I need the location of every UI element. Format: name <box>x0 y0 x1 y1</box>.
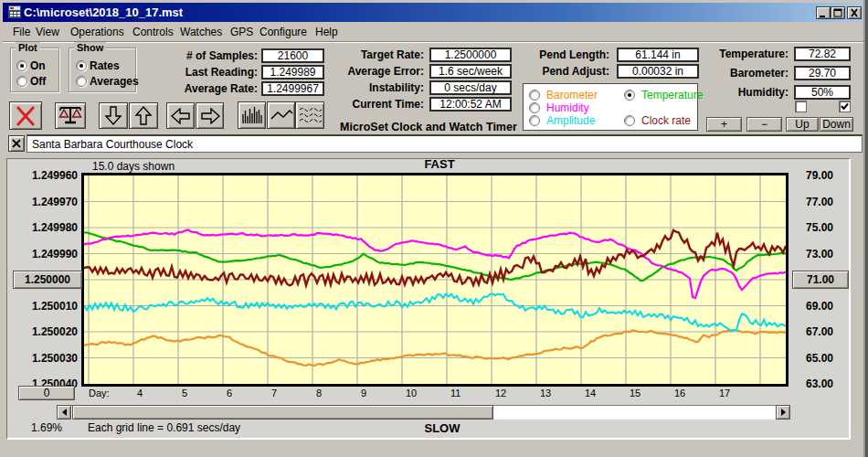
last-reading-label: Last Reading: <box>75 66 258 79</box>
session-name-value: Santa Barbara Courthouse Clock <box>32 138 193 151</box>
app-caption: MicroSet Clock and Watch Timer <box>340 121 517 133</box>
barometer-label: Barometer: <box>606 67 789 80</box>
instability-value: 0 secs/day <box>444 81 496 94</box>
trace-label-clock-rate: Clock rate <box>641 114 691 127</box>
pend-adjust-label: Pend Adjust: <box>427 65 609 78</box>
days-shown-label: 15.0 days shown <box>92 160 175 173</box>
menu-bar: FileViewOperationsControlsWatchesGPSConf… <box>3 22 863 42</box>
menu-file[interactable]: File <box>13 26 30 38</box>
zero-button[interactable]: 0 <box>18 386 75 400</box>
left-axis-label-0: 1.249960 <box>9 169 78 182</box>
maximize-button[interactable] <box>831 6 845 19</box>
red-x-icon <box>12 104 39 128</box>
right-axis-label-6: 67.00 <box>792 325 847 338</box>
day-tick-9: 9 <box>361 388 366 399</box>
menu-watches[interactable]: Watches <box>180 26 222 38</box>
balance-button[interactable] <box>55 102 86 129</box>
right-axis-label-3: 73.00 <box>792 248 847 260</box>
right-triangle-icon <box>781 409 786 416</box>
right-axis-center-button[interactable]: 71.00 <box>792 271 849 289</box>
temperature-field[interactable]: 72.82 <box>794 47 851 61</box>
horizontal-scrollbar[interactable] <box>57 405 790 420</box>
histogram-icon <box>240 104 264 126</box>
delete-button[interactable] <box>9 101 42 130</box>
menu-help[interactable]: Help <box>315 26 338 38</box>
left-axis-label-5: 1.250010 <box>9 300 78 313</box>
average-error-label: Average Error: <box>241 65 424 78</box>
left-axis-label-6: 1.250020 <box>9 325 78 338</box>
clear-session-button[interactable] <box>8 135 25 152</box>
shift-up-button[interactable] <box>129 102 158 129</box>
small-x-icon <box>11 138 22 149</box>
menu-view[interactable]: View <box>36 26 59 38</box>
shift-down-button[interactable] <box>99 102 128 129</box>
menu-gps[interactable]: GPS <box>230 26 253 38</box>
up-button[interactable]: Up <box>786 117 819 132</box>
temperature-value: 72.82 <box>809 48 836 60</box>
trace-amplitude <box>84 293 786 330</box>
pend-length-label: Pend Length: <box>427 48 609 61</box>
close-button[interactable] <box>847 6 862 19</box>
day-tick-7: 7 <box>271 388 277 399</box>
day-tick-10: 10 <box>406 388 417 399</box>
barometer-field[interactable]: 29.70 <box>794 66 851 80</box>
day-tick-6: 6 <box>227 388 232 399</box>
day-tick-8: 8 <box>316 388 322 399</box>
trace-radio-humidity[interactable] <box>529 102 540 113</box>
minimize-button[interactable] <box>816 6 831 19</box>
scroll-left-button[interactable] <box>57 405 71 420</box>
right-axis-label-5: 69.00 <box>792 300 847 313</box>
instability-field[interactable]: 0 secs/day <box>429 80 512 95</box>
menu-operations[interactable]: Operations <box>70 26 124 38</box>
zero-button-label: 0 <box>44 387 50 399</box>
checkbox-1[interactable] <box>795 101 807 112</box>
day-tick-17: 17 <box>719 388 730 399</box>
menu-configure[interactable]: Configure <box>259 26 307 38</box>
shift-left-button[interactable] <box>166 102 195 129</box>
instability-label: Instability: <box>241 81 424 94</box>
wavy-lines-icon <box>298 105 322 125</box>
trace-barometer <box>84 330 786 366</box>
scrollbar-thumb[interactable] <box>72 405 493 420</box>
trace-radio-barometer[interactable] <box>529 90 540 101</box>
radio-label-on: On <box>30 59 46 72</box>
trace-legend-box: BarometerHumidityAmplitudeTemperatureClo… <box>523 83 698 131</box>
line-view-button[interactable] <box>267 101 295 129</box>
session-name-field[interactable]: Santa Barbara Courthouse Clock <box>26 134 863 153</box>
plus-button[interactable]: + <box>706 117 742 132</box>
histogram-view-button[interactable] <box>238 101 266 129</box>
trace-radio-amplitude[interactable] <box>529 115 540 126</box>
day-tick-13: 13 <box>540 388 551 399</box>
trace-radio-temperature[interactable] <box>624 90 635 101</box>
balance-scale-icon <box>58 104 83 127</box>
minus-button[interactable]: − <box>746 117 782 132</box>
humidity-field[interactable]: 50% <box>794 85 851 100</box>
down-button[interactable]: Down <box>820 117 853 132</box>
chart-traces <box>84 175 786 384</box>
day-tick-11: 11 <box>450 388 460 399</box>
menu-controls[interactable]: Controls <box>132 26 174 38</box>
radio-off[interactable] <box>16 76 27 87</box>
scroll-right-button[interactable] <box>776 405 790 420</box>
trace-label-amplitude: Amplitude <box>546 114 595 127</box>
radio-dot <box>628 93 631 97</box>
trace-radio-clock-rate[interactable] <box>624 115 635 126</box>
left-axis-label-2: 1.249980 <box>9 221 78 234</box>
right-axis-label-7: 65.00 <box>792 352 847 365</box>
app-icon <box>8 5 21 18</box>
day-tick-16: 16 <box>674 388 685 399</box>
smooth-view-button[interactable] <box>295 101 324 129</box>
radio-on[interactable] <box>16 60 27 71</box>
left-axis-center-button[interactable]: 1.250000 <box>13 271 82 289</box>
title-bar: C:\microset\2018_10_17.mst <box>3 3 863 22</box>
check-icon <box>840 101 850 112</box>
checkbox-2[interactable] <box>839 101 851 112</box>
fast-label: FAST <box>394 157 485 171</box>
current-time-field[interactable]: 12:00:52 AM <box>429 97 512 112</box>
shift-right-button[interactable] <box>196 102 224 129</box>
day-tick-14: 14 <box>585 388 596 399</box>
right-axis-label-2: 75.00 <box>792 221 847 234</box>
trace-label-humidity: Humidity <box>546 101 589 114</box>
right-axis-label-8: 63.00 <box>792 377 847 390</box>
left-triangle-icon <box>62 409 67 416</box>
